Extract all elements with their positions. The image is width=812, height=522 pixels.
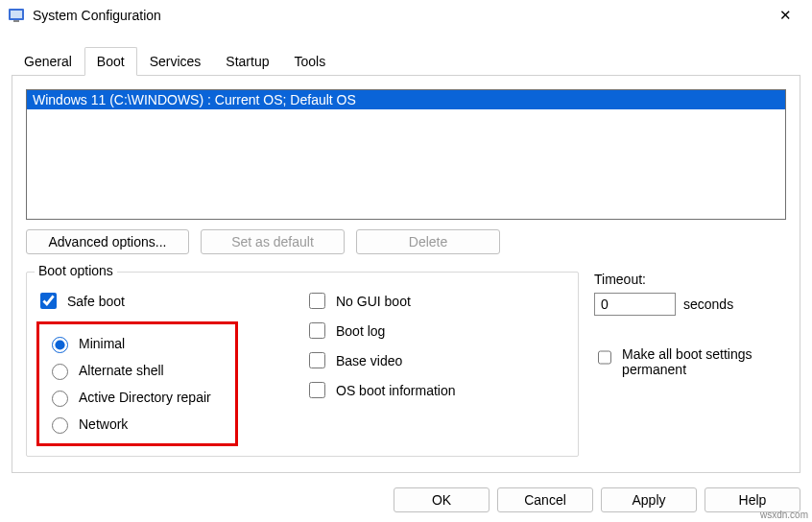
os-boot-info-text: OS boot information — [336, 383, 456, 398]
os-listbox[interactable]: Windows 11 (C:\WINDOWS) : Current OS; De… — [26, 89, 786, 220]
network-radio-label[interactable]: Network — [47, 411, 227, 438]
tab-services[interactable]: Services — [137, 47, 214, 76]
tab-bar: General Boot Services Startup Tools — [0, 31, 812, 75]
cancel-button[interactable]: Cancel — [497, 487, 593, 512]
network-radio[interactable] — [52, 417, 68, 434]
os-list-item-selected[interactable]: Windows 11 (C:\WINDOWS) : Current OS; De… — [27, 90, 785, 109]
boot-log-text: Boot log — [336, 323, 385, 339]
minimal-radio[interactable] — [52, 337, 68, 353]
titlebar: System Configuration ✕ — [0, 0, 812, 31]
minimal-text: Minimal — [79, 336, 125, 351]
tab-boot[interactable]: Boot — [84, 47, 137, 76]
no-gui-boot-checkbox[interactable] — [309, 293, 325, 309]
boot-log-checkbox[interactable] — [309, 322, 325, 339]
timeout-area: Timeout: seconds Make all boot settings … — [594, 272, 786, 457]
app-icon — [8, 7, 25, 24]
alternate-shell-radio[interactable] — [52, 364, 68, 380]
permanent-checkbox[interactable] — [598, 349, 611, 366]
base-video-label[interactable]: Base video — [305, 345, 568, 375]
tab-general[interactable]: General — [12, 47, 84, 76]
ok-button[interactable]: OK — [394, 487, 490, 512]
set-as-default-button: Set as default — [201, 229, 345, 254]
base-video-checkbox[interactable] — [309, 352, 325, 368]
dialog-footer: OK Cancel Apply Help — [394, 487, 800, 512]
boot-options-group: Boot options Safe boot Minimal Alternate… — [26, 272, 579, 457]
os-boot-info-label[interactable]: OS boot information — [305, 375, 568, 405]
no-gui-boot-label[interactable]: No GUI boot — [305, 286, 568, 316]
highlight-box: Minimal Alternate shell Active Directory… — [36, 321, 238, 446]
delete-button: Delete — [356, 229, 500, 254]
network-text: Network — [79, 416, 128, 432]
alternate-shell-radio-label[interactable]: Alternate shell — [47, 357, 227, 384]
alternate-shell-text: Alternate shell — [79, 363, 164, 378]
permanent-checkbox-label[interactable]: Make all boot settings permanent — [594, 343, 786, 381]
no-gui-boot-text: No GUI boot — [336, 294, 411, 309]
apply-button[interactable]: Apply — [601, 487, 697, 512]
boot-log-label[interactable]: Boot log — [305, 316, 568, 345]
timeout-label: Timeout: — [594, 272, 786, 287]
ad-repair-text: Active Directory repair — [79, 390, 211, 405]
tab-startup[interactable]: Startup — [213, 47, 281, 76]
base-video-text: Base video — [336, 353, 402, 368]
os-button-row: Advanced options... Set as default Delet… — [26, 229, 786, 254]
watermark: wsxdn.com — [760, 510, 808, 520]
boot-options-legend: Boot options — [35, 263, 117, 278]
safe-boot-checkbox[interactable] — [40, 293, 57, 309]
advanced-options-button[interactable]: Advanced options... — [26, 229, 189, 254]
window-title: System Configuration — [33, 8, 766, 23]
timeout-unit: seconds — [683, 297, 733, 312]
timeout-input[interactable] — [594, 293, 676, 316]
svg-rect-1 — [11, 11, 22, 18]
boot-options-col2: No GUI boot Boot log Base video OS boot … — [305, 286, 568, 446]
tab-tools[interactable]: Tools — [281, 47, 338, 76]
os-boot-info-checkbox[interactable] — [309, 382, 325, 398]
tab-panel-boot: Windows 11 (C:\WINDOWS) : Current OS; De… — [12, 75, 800, 473]
close-button[interactable]: ✕ — [766, 7, 804, 24]
minimal-radio-label[interactable]: Minimal — [47, 330, 227, 357]
svg-rect-2 — [13, 20, 19, 22]
safe-boot-checkbox-label[interactable]: Safe boot — [36, 286, 305, 316]
boot-options-col1: Safe boot Minimal Alternate shell Active… — [36, 286, 305, 446]
ad-repair-radio-label[interactable]: Active Directory repair — [47, 384, 227, 411]
permanent-text: Make all boot settings permanent — [622, 346, 786, 377]
safe-boot-text: Safe boot — [67, 294, 125, 309]
ad-repair-radio[interactable] — [52, 391, 68, 407]
